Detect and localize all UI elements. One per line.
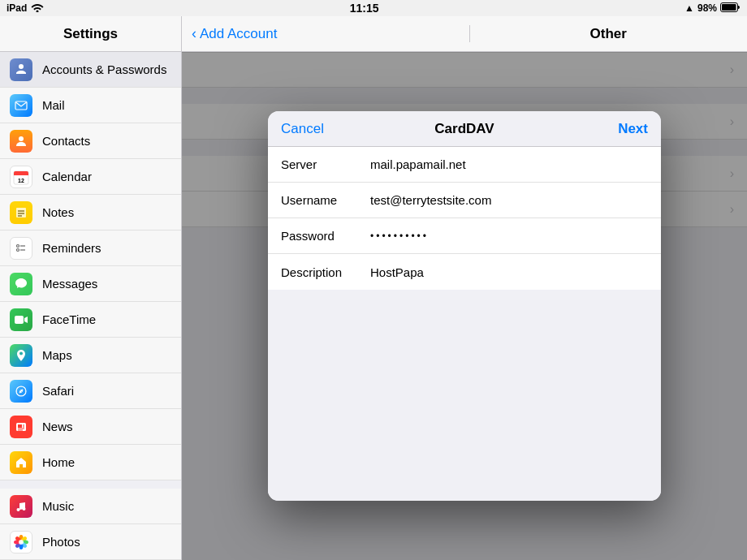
- header-row: Settings ‹ Add Account Other: [0, 16, 747, 52]
- svg-text:12: 12: [18, 178, 24, 183]
- photos-icon: [10, 531, 32, 554]
- modal-title: CardDAV: [434, 121, 494, 137]
- nav-title-section: Other: [470, 26, 748, 42]
- sidebar-item-calendar[interactable]: 12 Calendar: [0, 159, 181, 195]
- svg-rect-6: [14, 174, 28, 175]
- settings-title: Settings: [0, 16, 182, 51]
- modal-password-row: Password ••••••••••: [268, 218, 661, 254]
- sidebar-item-music[interactable]: Music: [0, 489, 181, 524]
- sidebar-contacts-label: Contacts: [42, 134, 90, 148]
- sidebar-item-notes[interactable]: Notes: [0, 195, 181, 230]
- main-layout: Settings ‹ Add Account Other Accounts: [0, 16, 747, 560]
- modal-description-row: Description HostPapa: [268, 254, 661, 290]
- sidebar-item-reminders[interactable]: Reminders: [0, 230, 181, 266]
- sidebar-item-mail[interactable]: Mail: [0, 88, 181, 123]
- facetime-icon: [10, 308, 32, 331]
- svg-point-12: [17, 244, 19, 247]
- battery-label: 98%: [697, 2, 717, 14]
- content-area: Accounts & Passwords Mail: [0, 52, 747, 560]
- sidebar-item-accounts[interactable]: Accounts & Passwords: [0, 52, 181, 88]
- header-right: ‹ Add Account Other: [182, 16, 747, 51]
- svg-point-38: [19, 540, 24, 545]
- sidebar-mail-label: Mail: [42, 98, 65, 112]
- sidebar-calendar-label: Calendar: [42, 170, 92, 183]
- svg-rect-23: [18, 424, 22, 428]
- home-icon: [10, 451, 32, 474]
- nav-title: Other: [590, 26, 627, 42]
- sidebar-item-contacts[interactable]: Contacts: [0, 123, 181, 159]
- modal-username-row: Username test@terrytestsite.com: [268, 183, 661, 218]
- modal-header: Cancel CardDAV Next: [268, 111, 661, 147]
- sidebar-item-messages[interactable]: Messages: [0, 266, 181, 302]
- sidebar-photos-label: Photos: [42, 535, 80, 549]
- sidebar-accounts-label: Accounts & Passwords: [42, 62, 166, 76]
- modal-server-row: Server mail.papamail.net: [268, 147, 661, 183]
- svg-point-29: [23, 507, 26, 510]
- server-label: Server: [281, 157, 370, 171]
- battery-icon: [720, 2, 741, 15]
- status-right: ▲ 98%: [684, 2, 741, 15]
- sidebar-music-label: Music: [42, 499, 74, 513]
- sidebar-item-news[interactable]: News: [0, 409, 181, 445]
- sidebar-divider: [0, 480, 181, 489]
- sidebar-item-photos[interactable]: Photos: [0, 524, 181, 560]
- modal-next-button[interactable]: Next: [618, 121, 648, 137]
- modal-footer: [268, 290, 661, 501]
- reminders-icon: [10, 237, 32, 260]
- right-panel: › › › ›: [182, 52, 747, 560]
- sidebar-news-label: News: [42, 420, 73, 433]
- status-time: 11:15: [350, 2, 379, 15]
- sidebar-home-label: Home: [42, 455, 75, 469]
- sidebar-messages-label: Messages: [42, 277, 97, 291]
- svg-rect-16: [15, 316, 24, 324]
- description-label: Description: [281, 265, 370, 279]
- nav-back-button[interactable]: Add Account: [200, 26, 277, 42]
- calendar-icon: 12: [10, 166, 32, 188]
- username-label: Username: [281, 193, 370, 207]
- music-icon: [10, 495, 32, 518]
- location-icon: ▲: [684, 2, 694, 14]
- svg-point-3: [19, 136, 24, 141]
- sidebar-notes-label: Notes: [42, 205, 74, 219]
- description-value[interactable]: HostPapa: [370, 265, 648, 279]
- status-left: iPad: [6, 2, 44, 15]
- accounts-icon: [10, 58, 32, 81]
- username-value[interactable]: test@terrytestsite.com: [370, 193, 648, 207]
- wifi-icon: [31, 2, 44, 15]
- password-label: Password: [281, 229, 370, 243]
- sidebar: Accounts & Passwords Mail: [0, 52, 182, 560]
- sidebar-safari-label: Safari: [42, 384, 74, 398]
- messages-icon: [10, 273, 32, 295]
- svg-point-14: [17, 248, 19, 251]
- maps-icon: [10, 344, 32, 367]
- svg-point-28: [17, 508, 20, 511]
- status-bar: iPad 11:15 ▲ 98%: [0, 0, 747, 16]
- contacts-icon: [10, 130, 32, 153]
- sidebar-item-facetime[interactable]: FaceTime: [0, 302, 181, 338]
- back-chevron-icon: ‹: [192, 25, 196, 42]
- safari-icon: [10, 380, 32, 403]
- modal-body: Server mail.papamail.net Username test@t…: [268, 147, 661, 290]
- sidebar-item-maps[interactable]: Maps: [0, 338, 181, 373]
- carddav-modal: Cancel CardDAV Next Server mail.papamail…: [268, 111, 661, 501]
- sidebar-item-home[interactable]: Home: [0, 445, 181, 480]
- sidebar-maps-label: Maps: [42, 348, 72, 362]
- nav-section: ‹ Add Account: [182, 25, 470, 42]
- sidebar-reminders-label: Reminders: [42, 241, 101, 255]
- notes-icon: [10, 201, 32, 224]
- carrier-label: iPad: [6, 2, 27, 14]
- svg-rect-1: [722, 4, 736, 11]
- news-icon: [10, 416, 32, 438]
- modal-cancel-button[interactable]: Cancel: [281, 121, 324, 137]
- mail-icon: [10, 94, 32, 117]
- server-value[interactable]: mail.papamail.net: [370, 157, 648, 171]
- sidebar-item-safari[interactable]: Safari: [0, 373, 181, 409]
- password-value[interactable]: ••••••••••: [370, 230, 648, 242]
- sidebar-facetime-label: FaceTime: [42, 312, 96, 326]
